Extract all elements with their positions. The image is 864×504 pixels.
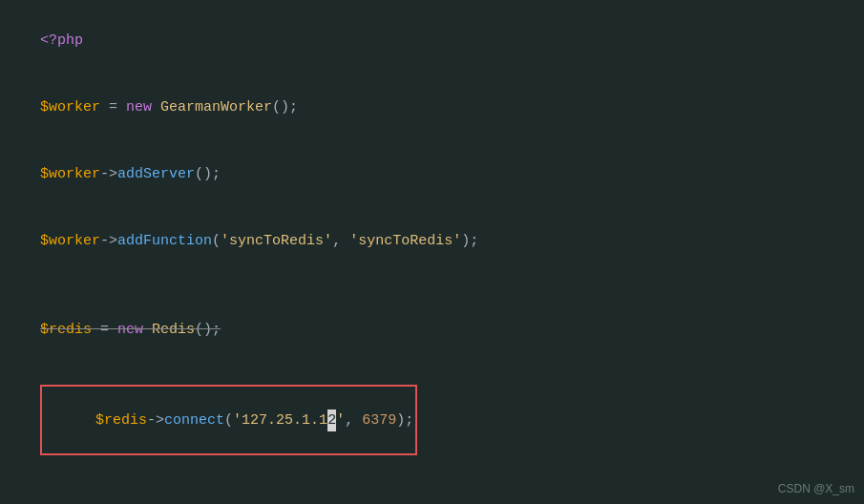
line-redis-connect: $redis->connect('127.25.1.12', 6379); bbox=[6, 363, 858, 477]
highlighted-redis-connect: $redis->connect('127.25.1.12', 6379); bbox=[40, 385, 417, 455]
line-redis-new: $redis = new Redis(); bbox=[6, 296, 858, 363]
line-php-open: <?php bbox=[6, 8, 858, 74]
line-worker-addfunction: $worker->addFunction('syncToRedis', 'syn… bbox=[6, 207, 858, 274]
line-empty-2 bbox=[6, 477, 858, 499]
line-while: while($worker->work()); bbox=[6, 500, 858, 505]
watermark: CSDN @X_sm bbox=[778, 480, 854, 498]
code-editor: <?php $worker = new GearmanWorker(); $wo… bbox=[0, 0, 864, 504]
line-empty-1 bbox=[6, 274, 858, 296]
line-worker-addserver: $worker->addServer(); bbox=[6, 141, 858, 208]
line-worker-new: $worker = new GearmanWorker(); bbox=[6, 74, 858, 141]
